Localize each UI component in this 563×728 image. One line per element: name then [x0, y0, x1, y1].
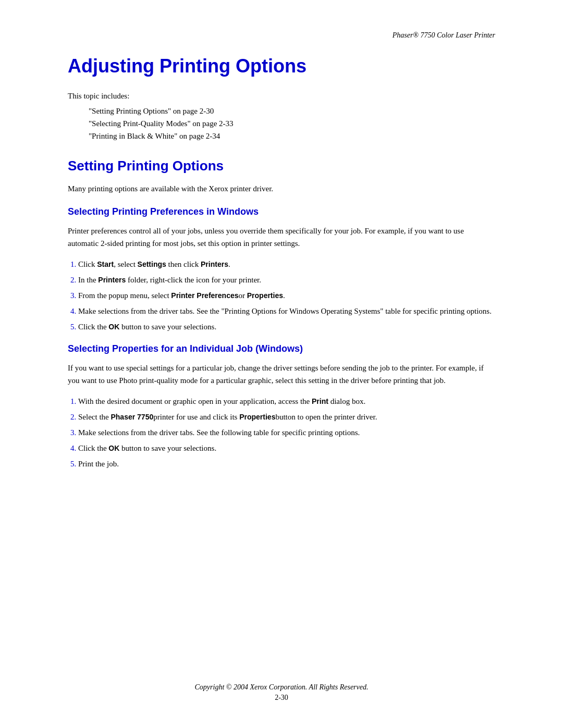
main-title: Adjusting Printing Options	[68, 55, 495, 77]
intro-label: This topic includes:	[68, 92, 495, 101]
list-item: With the desired document or graphic ope…	[78, 395, 495, 408]
subsection1-title: Selecting Printing Preferences in Window…	[68, 206, 495, 217]
list-item: Print the job.	[78, 458, 495, 470]
list-item: Select the Phaser 7750printer for use an…	[78, 411, 495, 423]
page: Phaser® 7750 Color Laser Printer Adjusti…	[0, 0, 563, 728]
list-item: Make selections from the driver tabs. Se…	[78, 305, 495, 317]
list-item: From the popup menu, select Printer Pref…	[78, 289, 495, 302]
toc-item-2: "Selecting Print-Quality Modes" on page …	[89, 117, 495, 130]
list-item: Click Start, select Settings then click …	[78, 258, 495, 270]
footer-copyright: Copyright © 2004 Xerox Corporation. All …	[0, 683, 563, 692]
footer-page: 2-30	[0, 694, 563, 702]
list-item: In the Printers folder, right-click the …	[78, 274, 495, 286]
section1-desc: Many printing options are available with…	[68, 182, 495, 195]
list-item: Make selections from the driver tabs. Se…	[78, 426, 495, 439]
list-item: Click the OK button to save your selecti…	[78, 442, 495, 454]
subsection1-intro: Printer preferences control all of your …	[68, 225, 495, 250]
subsection2-title: Selecting Properties for an Individual J…	[68, 343, 495, 354]
toc-item-1: "Setting Printing Options" on page 2-30	[89, 105, 495, 117]
subsection2-intro: If you want to use special settings for …	[68, 362, 495, 387]
list-item: Click the OK button to save your selecti…	[78, 320, 495, 333]
header-product: Phaser® 7750 Color Laser Printer	[68, 31, 495, 40]
toc-item-3: "Printing in Black & White" on page 2-34	[89, 130, 495, 142]
section1-title: Setting Printing Options	[68, 158, 495, 174]
subsection1-steps: Click Start, select Settings then click …	[78, 258, 495, 333]
subsection2-steps: With the desired document or graphic ope…	[78, 395, 495, 470]
footer: Copyright © 2004 Xerox Corporation. All …	[0, 683, 563, 702]
toc-list: "Setting Printing Options" on page 2-30 …	[89, 105, 495, 142]
